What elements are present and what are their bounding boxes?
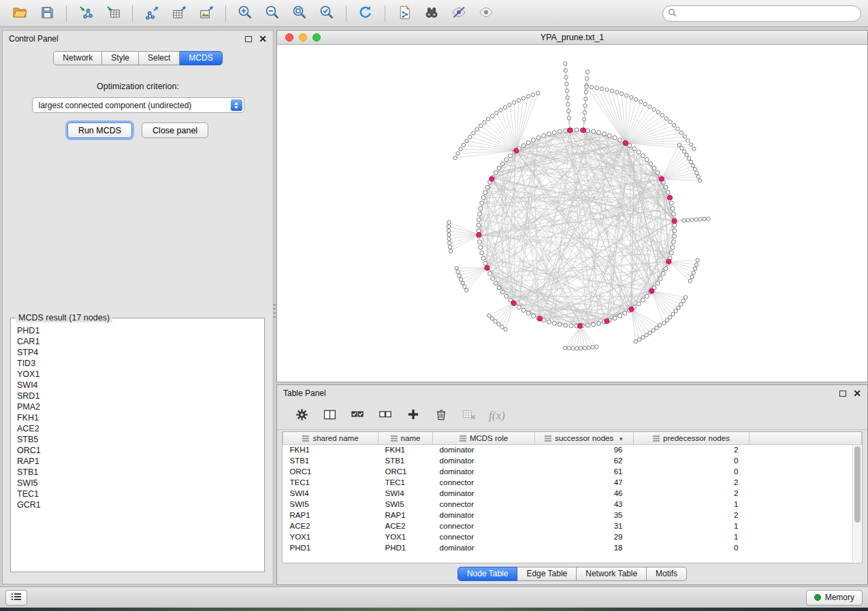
mcds-result-item[interactable]: STB5 [17,434,264,445]
cell-shared-name[interactable]: ACE2 [283,521,379,531]
cell-name[interactable]: FKH1 [379,444,433,455]
search-input[interactable] [680,9,856,18]
close-panel-icon[interactable]: ✕ [259,35,267,42]
cell-successor-nodes[interactable]: 35 [535,510,634,521]
run-mcds-button[interactable]: Run MCDS [67,122,132,138]
table-tab-network-table[interactable]: Network Table [577,567,647,581]
cell-name[interactable]: ACE2 [379,521,433,531]
cell-name[interactable]: PHD1 [379,542,433,553]
zoom-fit-button[interactable] [287,3,312,24]
cell-successor-nodes[interactable]: 61 [535,466,634,477]
window-minimize-icon[interactable] [299,33,307,42]
tab-style[interactable]: Style [102,51,139,65]
network-window-titlebar[interactable]: YPA_prune.txt_1 [277,31,867,45]
zoom-out-button[interactable] [259,3,285,24]
cell-successor-nodes[interactable]: 43 [535,499,634,510]
cell-mcds-role[interactable]: dominator [433,488,535,499]
cell-name[interactable]: TEC1 [379,477,433,488]
export-network-button[interactable] [139,3,165,24]
save-session-button[interactable] [34,3,60,24]
table-row[interactable]: TEC1TEC1connector472 [283,477,862,488]
cell-name[interactable]: SWI5 [379,499,433,510]
cell-mcds-role[interactable]: connector [433,477,535,488]
cell-mcds-role[interactable]: dominator [433,444,535,455]
panel-splitter-handle[interactable] [273,304,276,318]
mcds-result-item[interactable]: TEC1 [17,489,264,499]
cell-shared-name[interactable]: SWI4 [283,488,379,499]
cell-predecessor-nodes[interactable]: 1 [634,499,750,510]
cell-successor-nodes[interactable]: 96 [535,444,634,455]
open-folder-button[interactable] [7,3,33,24]
mcds-result-item[interactable]: GCR1 [17,499,264,510]
import-network-file-button[interactable] [73,3,99,24]
column-header-successor-nodes[interactable]: successor nodes▼ [535,432,634,444]
close-panel-button[interactable]: Close panel [142,122,208,138]
deselect-all-button[interactable] [377,408,393,424]
table-row[interactable]: FKH1FKH1dominator962 [283,444,862,455]
table-row[interactable]: SWI5SWI5connector431 [283,499,862,510]
close-table-panel-icon[interactable]: ✕ [853,390,861,397]
mcds-result-item[interactable]: ACE2 [17,423,264,434]
cell-mcds-role[interactable]: connector [433,531,535,542]
cell-name[interactable]: ORC1 [379,466,433,477]
cell-shared-name[interactable]: PHD1 [283,542,379,553]
mcds-result-item[interactable]: RAP1 [17,456,264,467]
cell-shared-name[interactable]: RAP1 [283,510,379,521]
cell-predecessor-nodes[interactable]: 2 [634,488,750,499]
show-graphics-details-button[interactable] [473,3,499,24]
tab-mcds[interactable]: MCDS [180,51,222,65]
cell-mcds-role[interactable]: dominator [433,455,535,466]
cell-predecessor-nodes[interactable]: 0 [634,466,750,477]
float-panel-icon[interactable] [245,36,252,42]
cell-shared-name[interactable]: STB1 [283,455,379,466]
cell-shared-name[interactable]: FKH1 [283,444,379,455]
zoom-in-button[interactable] [232,3,258,24]
cell-mcds-role[interactable]: dominator [433,510,535,521]
cell-mcds-role[interactable]: connector [433,521,535,531]
mcds-result-item[interactable]: ORC1 [17,445,264,456]
table-row[interactable]: YOX1YOX1connector291 [283,531,862,542]
tab-network[interactable]: Network [53,51,102,65]
zoom-selected-button[interactable] [314,3,340,24]
table-row[interactable]: RAP1RAP1dominator352 [283,510,862,521]
window-close-icon[interactable] [285,33,293,42]
export-image-button[interactable] [193,3,219,24]
mcds-result-item[interactable]: PMA2 [17,401,264,412]
cell-mcds-role[interactable]: dominator [433,466,535,477]
mcds-result-item[interactable]: STB1 [17,467,264,478]
cell-successor-nodes[interactable]: 29 [535,531,634,542]
cell-predecessor-nodes[interactable]: 1 [634,521,750,531]
table-tab-node-table[interactable]: Node Table [457,567,518,581]
cell-predecessor-nodes[interactable]: 0 [634,542,750,553]
table-row[interactable]: ORC1ORC1dominator610 [283,466,862,477]
table-scrollbar[interactable] [852,445,861,562]
cell-successor-nodes[interactable]: 62 [535,455,634,466]
mcds-result-item[interactable]: TID3 [17,358,264,369]
table-row[interactable]: STB1STB1dominator620 [283,455,862,466]
cell-predecessor-nodes[interactable]: 2 [634,510,750,521]
cell-predecessor-nodes[interactable]: 1 [634,531,750,542]
share-document-button[interactable] [391,3,417,24]
memory-button[interactable]: Memory [806,590,863,606]
table-row[interactable]: PHD1PHD1dominator180 [283,542,862,553]
cell-successor-nodes[interactable]: 31 [535,521,634,531]
cell-mcds-role[interactable]: dominator [433,542,535,553]
mcds-result-item[interactable]: SWI5 [17,478,264,489]
mcds-result-item[interactable]: PHD1 [17,325,264,336]
cell-predecessor-nodes[interactable]: 0 [634,455,750,466]
mcds-result-item[interactable]: FKH1 [17,412,264,423]
cell-successor-nodes[interactable]: 47 [535,477,634,488]
delete-table-button[interactable] [461,408,477,424]
mcds-result-item[interactable]: SRD1 [17,391,264,401]
task-history-button[interactable] [5,590,27,606]
table-settings-button[interactable] [293,408,310,424]
cell-name[interactable]: STB1 [379,455,433,466]
cell-successor-nodes[interactable]: 46 [535,488,634,499]
cell-predecessor-nodes[interactable]: 2 [634,477,750,488]
mcds-result-item[interactable]: YOX1 [17,369,264,380]
cell-shared-name[interactable]: YOX1 [283,531,379,542]
cell-name[interactable]: SWI4 [379,488,433,499]
scrollbar-thumb[interactable] [854,446,861,523]
column-header-predecessor-nodes[interactable]: predecessor nodes [634,432,750,444]
cell-shared-name[interactable]: ORC1 [283,466,379,477]
